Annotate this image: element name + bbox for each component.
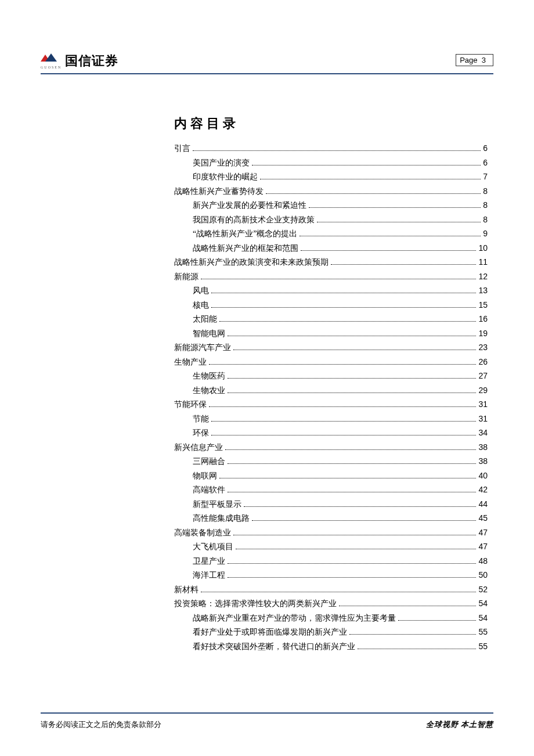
footer-disclaimer: 请务必阅读正文之后的免责条款部分 (41, 719, 161, 730)
toc-entry-label: 高性能集成电路 (193, 514, 250, 523)
toc-entry: 印度软件业的崛起7 (174, 172, 488, 181)
toc-entry: 物联网40 (174, 471, 488, 480)
toc-entry-label: 新能源 (174, 273, 199, 281)
toc-entry: “战略性新兴产业”概念的提出9 (174, 229, 488, 238)
toc-entry: 新兴产业发展的必要性和紧迫性8 (174, 201, 488, 210)
toc-entry-label: 引言 (174, 145, 190, 153)
toc-entry-page: 8 (483, 201, 488, 209)
page-header: GUOSEN 国信证券 Page 3 (41, 52, 493, 74)
toc-leader-dots (317, 222, 481, 222)
toc-entry: 战略性新兴产业的政策演变和未来政策预期11 (174, 258, 488, 267)
toc-entry: 节能31 (174, 415, 488, 423)
toc-entry-label: 投资策略：选择需求弹性较大的两类新兴产业 (174, 600, 337, 608)
toc-entry-label: 生物产业 (174, 358, 207, 366)
toc-entry-page: 54 (478, 614, 488, 622)
toc-leader-dots (209, 364, 476, 365)
toc-entry-page: 47 (478, 528, 488, 537)
toc-entry-label: 新材料 (174, 586, 199, 594)
toc-entry-page: 38 (478, 457, 488, 465)
toc-leader-dots (228, 378, 476, 379)
toc-entry-label: 战略性新兴产业的框架和范围 (193, 244, 298, 253)
toc-entry-page: 6 (483, 159, 488, 167)
toc-entry-label: 新兴产业发展的必要性和紧迫性 (193, 201, 306, 210)
toc-leader-dots (339, 606, 476, 606)
toc-entry-label: 看好产业处于或即将面临爆发期的新兴产业 (193, 628, 347, 636)
toc-entry: 核电15 (174, 301, 488, 309)
toc-entry-label: 三网融合 (193, 458, 225, 466)
logo-icon (41, 53, 57, 65)
toc-entry-label: 生物农业 (193, 387, 225, 395)
toc-entry-label: 物联网 (193, 472, 217, 480)
toc-leader-dots (331, 264, 476, 265)
toc-entry: 新材料52 (174, 585, 488, 594)
toc-entry-page: 55 (478, 642, 488, 650)
toc-entry: 新能源12 (174, 272, 488, 281)
toc-entry-label: 大飞机项目 (193, 543, 233, 551)
toc-entry-label: 环保 (193, 429, 209, 437)
toc-entry-label: 我国原有的高新技术企业支持政策 (193, 216, 315, 224)
toc-entry: 节能环保31 (174, 400, 488, 409)
toc-entry-label: 太阳能 (193, 315, 217, 323)
footer-slogan: 全球视野 本土智慧 (426, 719, 493, 730)
toc-entry-page: 23 (478, 343, 488, 351)
toc-entry-page: 52 (478, 585, 488, 593)
toc-entry: 生物医药27 (174, 372, 488, 380)
toc-entry-page: 7 (483, 172, 488, 181)
toc-leader-dots (309, 207, 481, 208)
toc-entry: 新兴信息产业38 (174, 443, 488, 452)
toc-leader-dots (233, 535, 476, 535)
toc-leader-dots (398, 620, 476, 621)
toc-entry: 生物产业26 (174, 358, 488, 366)
toc-entry: 太阳能16 (174, 315, 488, 323)
toc-leader-dots (209, 406, 476, 407)
toc-leader-dots (211, 307, 476, 308)
toc-entry-label: 节能 (193, 415, 209, 423)
toc-entry: 高端软件42 (174, 485, 488, 494)
toc-entry: 生物农业29 (174, 386, 488, 395)
toc-entry-page: 47 (478, 542, 488, 550)
toc-leader-dots (228, 336, 476, 336)
toc-entry-page: 42 (478, 485, 488, 494)
page-number: 3 (482, 56, 486, 64)
toc-leader-dots (211, 293, 476, 293)
toc-list: 引言6美国产业的演变6印度软件业的崛起7战略性新兴产业蓄势待发8新兴产业发展的必… (174, 144, 488, 651)
toc-entry-page: 29 (478, 386, 488, 394)
toc-entry-page: 55 (478, 628, 488, 636)
toc-entry-page: 31 (478, 415, 488, 423)
toc-entry-page: 45 (478, 514, 488, 522)
toc-entry-page: 9 (483, 229, 488, 237)
toc-entry: 高性能集成电路45 (174, 514, 488, 523)
toc-entry: 看好产业处于或即将面临爆发期的新兴产业55 (174, 628, 488, 636)
toc-leader-dots (228, 492, 476, 492)
toc-entry-label: 高端装备制造业 (174, 529, 231, 537)
toc-entry-label: 看好技术突破国外垄断，替代进口的新兴产业 (193, 643, 355, 651)
toc-leader-dots (301, 250, 476, 251)
page-label: Page (460, 56, 477, 64)
toc-entry-page: 10 (478, 244, 488, 252)
toc-entry: 三网融合38 (174, 457, 488, 466)
toc-entry-label: 节能环保 (174, 401, 207, 409)
toc-entry-page: 34 (478, 429, 488, 437)
toc-leader-dots (260, 179, 481, 179)
toc-entry-page: 13 (478, 286, 488, 294)
toc-entry: 投资策略：选择需求弹性较大的两类新兴产业54 (174, 599, 488, 608)
toc-entry-label: 智能电网 (193, 330, 225, 338)
toc-entry: 智能电网19 (174, 329, 488, 338)
toc-entry: 引言6 (174, 144, 488, 153)
toc-leader-dots (219, 478, 476, 478)
toc-leader-dots (252, 165, 481, 165)
toc-leader-dots (219, 321, 476, 322)
toc-entry-page: 12 (478, 272, 488, 280)
toc-entry: 战略性新兴产业的框架和范围10 (174, 244, 488, 253)
toc-leader-dots (228, 463, 476, 464)
toc-entry-label: 新型平板显示 (193, 501, 241, 509)
toc-entry-page: 15 (478, 301, 488, 309)
toc-entry: 卫星产业48 (174, 557, 488, 566)
toc-entry-label: 战略新兴产业重在对产业的带动，需求弹性应为主要考量 (193, 614, 396, 622)
company-name: 国信证券 (65, 52, 118, 70)
toc-leader-dots (228, 393, 476, 393)
toc-entry: 战略新兴产业重在对产业的带动，需求弹性应为主要考量54 (174, 614, 488, 622)
toc-leader-dots (236, 549, 476, 549)
toc-entry-page: 50 (478, 571, 488, 579)
toc-leader-dots (211, 435, 476, 435)
